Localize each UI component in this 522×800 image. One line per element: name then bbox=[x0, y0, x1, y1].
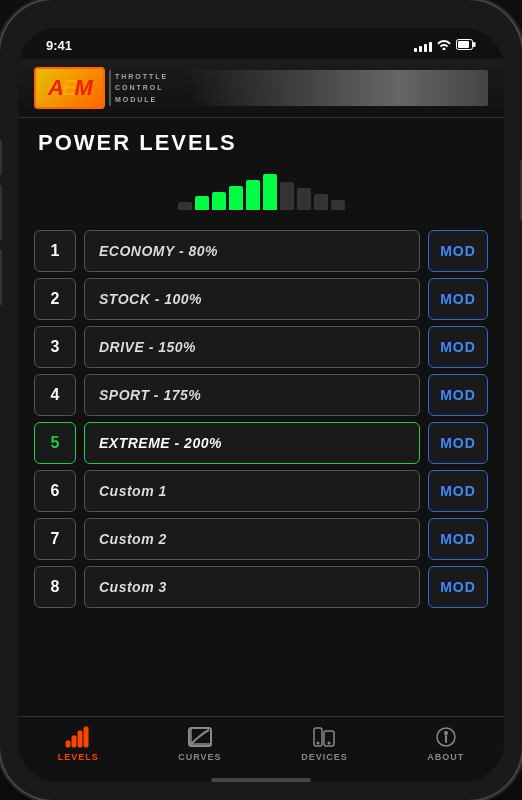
svg-rect-3 bbox=[66, 741, 70, 747]
logo-divider bbox=[109, 70, 111, 106]
level-name-4[interactable]: SPORT - 175% bbox=[84, 374, 420, 416]
nav-label-levels: LEVELS bbox=[58, 752, 99, 762]
battery-icon bbox=[456, 39, 476, 52]
level-mod-3[interactable]: MOD bbox=[428, 326, 488, 368]
phone-frame: 9:41 bbox=[0, 0, 522, 800]
level-row-2: 2 STOCK - 100% MOD bbox=[34, 278, 488, 320]
silent-button bbox=[0, 140, 2, 175]
level-row-1: 1 ECONOMY - 80% MOD bbox=[34, 230, 488, 272]
about-icon bbox=[432, 725, 460, 749]
level-num-3[interactable]: 3 bbox=[34, 326, 76, 368]
nav-item-about[interactable]: ABOUT bbox=[427, 725, 464, 762]
nav-label-devices: DEVICES bbox=[301, 752, 348, 762]
svg-rect-4 bbox=[72, 736, 76, 747]
level-mod-7[interactable]: MOD bbox=[428, 518, 488, 560]
svg-rect-1 bbox=[473, 42, 476, 47]
level-mod-8[interactable]: MOD bbox=[428, 566, 488, 608]
level-name-7[interactable]: Custom 2 bbox=[84, 518, 420, 560]
level-mod-5[interactable]: MOD bbox=[428, 422, 488, 464]
aem-logo: AEM THROTTLE CONTROL MODULE bbox=[34, 67, 168, 109]
level-num-7[interactable]: 7 bbox=[34, 518, 76, 560]
nav-item-devices[interactable]: DEVICES bbox=[301, 725, 348, 762]
logo-badge: AEM bbox=[34, 67, 105, 109]
levels-list: 1 ECONOMY - 80% MOD 2 STOCK - 100% MOD 3… bbox=[18, 224, 504, 716]
svg-point-16 bbox=[444, 732, 446, 734]
level-num-8[interactable]: 8 bbox=[34, 566, 76, 608]
page-title-bar: POWER LEVELS bbox=[18, 118, 504, 164]
meter-bar-3 bbox=[212, 192, 226, 210]
level-name-5[interactable]: EXTREME - 200% bbox=[84, 422, 420, 464]
level-row-4: 4 SPORT - 175% MOD bbox=[34, 374, 488, 416]
status-time: 9:41 bbox=[46, 38, 72, 53]
status-icons bbox=[414, 39, 476, 52]
level-mod-4[interactable]: MOD bbox=[428, 374, 488, 416]
meter-bar-10 bbox=[331, 200, 345, 210]
home-indicator bbox=[211, 778, 311, 782]
curves-icon bbox=[186, 725, 214, 749]
svg-rect-5 bbox=[78, 731, 82, 747]
level-num-2[interactable]: 2 bbox=[34, 278, 76, 320]
meter-bar-5 bbox=[246, 180, 260, 210]
nav-item-curves[interactable]: CURVES bbox=[178, 725, 221, 762]
nav-label-curves: CURVES bbox=[178, 752, 221, 762]
meter-bar-7 bbox=[280, 182, 294, 210]
power-meter bbox=[18, 164, 504, 224]
level-row-8: 8 Custom 3 MOD bbox=[34, 566, 488, 608]
page-title: POWER LEVELS bbox=[38, 130, 484, 156]
level-name-2[interactable]: STOCK - 100% bbox=[84, 278, 420, 320]
level-num-6[interactable]: 6 bbox=[34, 470, 76, 512]
level-name-3[interactable]: DRIVE - 150% bbox=[84, 326, 420, 368]
level-row-3: 3 DRIVE - 150% MOD bbox=[34, 326, 488, 368]
bottom-nav: LEVELS CURVES bbox=[18, 716, 504, 774]
wifi-icon bbox=[437, 39, 451, 52]
app-header: AEM THROTTLE CONTROL MODULE bbox=[18, 59, 504, 118]
level-num-5[interactable]: 5 bbox=[34, 422, 76, 464]
meter-bar-2 bbox=[195, 196, 209, 210]
level-row-6: 6 Custom 1 MOD bbox=[34, 470, 488, 512]
volume-up-button bbox=[0, 185, 2, 240]
level-name-1[interactable]: ECONOMY - 80% bbox=[84, 230, 420, 272]
level-num-1[interactable]: 1 bbox=[34, 230, 76, 272]
volume-down-button bbox=[0, 250, 2, 305]
signal-icon bbox=[414, 40, 432, 52]
logo-subtitle: THROTTLE CONTROL MODULE bbox=[115, 71, 168, 105]
meter-bar-4 bbox=[229, 186, 243, 210]
level-mod-2[interactable]: MOD bbox=[428, 278, 488, 320]
svg-rect-6 bbox=[84, 727, 88, 747]
level-row-5: 5 EXTREME - 200% MOD bbox=[34, 422, 488, 464]
level-row-7: 7 Custom 2 MOD bbox=[34, 518, 488, 560]
level-num-4[interactable]: 4 bbox=[34, 374, 76, 416]
devices-icon bbox=[310, 725, 338, 749]
nav-label-about: ABOUT bbox=[427, 752, 464, 762]
level-mod-1[interactable]: MOD bbox=[428, 230, 488, 272]
meter-bar-6 bbox=[263, 174, 277, 210]
meter-bar-9 bbox=[314, 194, 328, 210]
header-gradient bbox=[188, 70, 488, 106]
level-name-6[interactable]: Custom 1 bbox=[84, 470, 420, 512]
meter-bar-8 bbox=[297, 188, 311, 210]
svg-rect-2 bbox=[458, 41, 469, 48]
status-bar: 9:41 bbox=[18, 28, 504, 59]
level-mod-6[interactable]: MOD bbox=[428, 470, 488, 512]
meter-bars bbox=[178, 174, 345, 210]
level-name-8[interactable]: Custom 3 bbox=[84, 566, 420, 608]
nav-item-levels[interactable]: LEVELS bbox=[58, 725, 99, 762]
meter-bar-1 bbox=[178, 202, 192, 210]
levels-icon bbox=[64, 725, 92, 749]
phone-screen: 9:41 bbox=[18, 28, 504, 782]
